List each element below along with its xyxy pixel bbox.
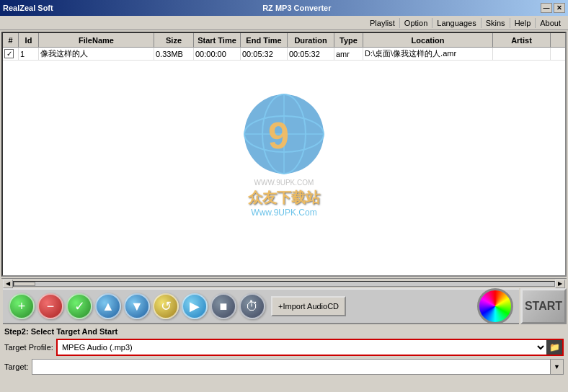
watermark-small-text: WWW.9UPK.COM xyxy=(241,179,327,187)
step-label: Step2: Select Target And Start xyxy=(4,327,564,336)
profile-label-text: Target Profile: xyxy=(4,343,53,352)
scroll-right-btn[interactable]: ▶ xyxy=(555,280,565,288)
col-header-type: Type xyxy=(334,33,363,47)
color-wheel xyxy=(477,288,513,324)
col-header-start: Start Time xyxy=(194,33,241,47)
play-icon: ▶ xyxy=(190,298,200,314)
svg-text:9: 9 xyxy=(268,115,289,156)
watermark-sub-text: Www.9UPK.Com xyxy=(241,208,327,218)
table-header: # Id FileName Size Start Time End Time D… xyxy=(3,33,565,48)
arrow-down-icon: ▼ xyxy=(130,299,143,314)
menu-languages[interactable]: Languages xyxy=(432,18,481,28)
clock-icon: ⏱ xyxy=(246,299,259,314)
menu-playlist[interactable]: Playlist xyxy=(365,18,400,28)
row-artist xyxy=(493,48,551,60)
menu-bar: Playlist Option Languages Skins Help Abo… xyxy=(0,16,568,30)
col-header-duration: Duration xyxy=(288,33,334,47)
svg-point-0 xyxy=(244,94,324,174)
start-button[interactable]: START xyxy=(520,288,567,324)
scroll-thumb[interactable] xyxy=(14,282,35,286)
import-audiocd-button[interactable]: +Import AudioCD xyxy=(271,296,346,316)
target-dropdown-button[interactable]: ▼ xyxy=(550,360,563,374)
col-header-filename: FileName xyxy=(39,33,154,47)
watermark-logo-svg: 9 xyxy=(241,91,327,177)
stop-icon: ■ xyxy=(220,299,228,314)
target-row: Target: ▼ xyxy=(4,359,564,375)
plus-icon: + xyxy=(18,299,26,314)
add-button[interactable]: + xyxy=(9,293,35,319)
row-size: 0.33MB xyxy=(154,48,194,60)
horizontal-scrollbar[interactable]: ◀ ▶ xyxy=(1,278,567,288)
profile-folder-button[interactable]: 📁 xyxy=(546,340,562,355)
menu-option[interactable]: Option xyxy=(400,18,432,28)
check-button[interactable]: ✓ xyxy=(66,293,92,319)
brand-label: RealZeal Soft xyxy=(3,4,53,12)
toolbar-row: + − ✓ ▲ ▼ ↺ ▶ ■ ⏱ +Import AudioCD START xyxy=(1,288,567,324)
title-bar: RealZeal Soft RZ MP3 Converter — ✕ xyxy=(0,0,568,16)
row-duration: 00:05:32 xyxy=(288,48,334,60)
move-down-button[interactable]: ▼ xyxy=(124,293,150,319)
row-checkbox-cell[interactable]: ✓ xyxy=(3,48,19,60)
refresh-button[interactable]: ↺ xyxy=(153,293,179,319)
col-header-size: Size xyxy=(154,33,194,47)
scroll-track[interactable] xyxy=(13,281,555,287)
profile-select[interactable]: MPEG Audio (.mp3) xyxy=(58,340,546,355)
row-start-time: 00:00:00 xyxy=(194,48,241,60)
title-bar-buttons: — ✕ xyxy=(541,3,565,13)
col-header-id: Id xyxy=(19,33,39,47)
row-filename: 像我这样的人 xyxy=(39,48,154,60)
svg-point-2 xyxy=(244,116,324,152)
svg-point-1 xyxy=(262,94,306,174)
scroll-left-btn[interactable]: ◀ xyxy=(3,280,13,288)
row-id: 1 xyxy=(19,48,39,60)
col-header-location: Location xyxy=(363,33,493,47)
profile-select-wrap: MPEG Audio (.mp3) 📁 xyxy=(56,339,564,356)
menu-skins[interactable]: Skins xyxy=(482,18,510,28)
target-input[interactable] xyxy=(32,360,550,374)
window-title: RZ MP3 Converter xyxy=(53,4,541,12)
file-table-container: # Id FileName Size Start Time End Time D… xyxy=(1,32,567,277)
table-body: ✓ 1 像我这样的人 0.33MB 00:00:00 00:05:32 00:0… xyxy=(3,48,565,61)
watermark-main-text: 众友下载站 xyxy=(241,188,327,208)
check-icon: ✓ xyxy=(74,298,85,314)
bottom-section: Step2: Select Target And Start Target Pr… xyxy=(0,324,568,378)
target-select-wrap: ▼ xyxy=(32,359,564,375)
watermark: 9 WWW.9UPK.COM 众友下载站 Www.9UPK.Com xyxy=(241,91,327,218)
arrow-up-icon: ▲ xyxy=(102,299,115,314)
col-header-check: # xyxy=(3,33,19,47)
menu-about[interactable]: About xyxy=(536,18,565,28)
target-label-text: Target: xyxy=(4,362,29,371)
col-header-artist: Artist xyxy=(493,33,551,47)
row-type: amr xyxy=(334,48,363,60)
row-location: D:\桌面\像我这样的人.amr xyxy=(363,48,493,60)
folder-icon: 📁 xyxy=(549,342,560,352)
minimize-button[interactable]: — xyxy=(541,3,552,13)
move-up-button[interactable]: ▲ xyxy=(95,293,121,319)
refresh-icon: ↺ xyxy=(161,298,172,314)
table-row[interactable]: ✓ 1 像我这样的人 0.33MB 00:00:00 00:05:32 00:0… xyxy=(3,48,565,61)
toolbar: + − ✓ ▲ ▼ ↺ ▶ ■ ⏱ +Import AudioCD xyxy=(3,288,519,324)
col-header-end: End Time xyxy=(241,33,288,47)
row-end-time: 00:05:32 xyxy=(241,48,288,60)
close-button[interactable]: ✕ xyxy=(554,3,565,13)
menu-help[interactable]: Help xyxy=(510,18,536,28)
play-button[interactable]: ▶ xyxy=(182,293,208,319)
remove-button[interactable]: − xyxy=(37,293,63,319)
time-button[interactable]: ⏱ xyxy=(239,293,265,319)
minus-icon: − xyxy=(47,299,55,314)
profile-row: Target Profile: MPEG Audio (.mp3) 📁 xyxy=(4,339,564,356)
stop-button[interactable]: ■ xyxy=(210,293,236,319)
row-checkbox[interactable]: ✓ xyxy=(4,49,14,58)
chevron-down-icon: ▼ xyxy=(554,363,560,370)
